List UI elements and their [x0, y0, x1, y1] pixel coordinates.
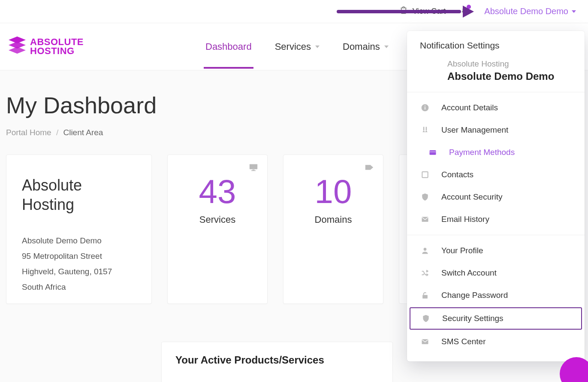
caret-down-icon — [572, 10, 576, 13]
stat-value: 43 — [175, 175, 260, 208]
svg-point-18 — [424, 248, 427, 251]
menu-user-management[interactable]: User Management — [407, 119, 585, 141]
menu-security-settings[interactable]: Security Settings — [410, 307, 582, 330]
menu-account-details[interactable]: Account Details — [407, 97, 585, 119]
svg-marker-6 — [365, 165, 373, 170]
breadcrumb-home[interactable]: Portal Home — [6, 128, 51, 137]
nav-tab-services[interactable]: Services — [273, 25, 321, 69]
nav-tab-dashboard[interactable]: Dashboard — [204, 25, 253, 69]
menu-sms-center[interactable]: SMS Center — [407, 330, 585, 353]
view-cart-link[interactable]: View Cart — [399, 6, 446, 17]
svg-rect-10 — [423, 127, 425, 130]
svg-rect-16 — [422, 172, 428, 177]
dropdown-header[interactable]: Notification Settings — [407, 31, 585, 57]
menu-account-security[interactable]: Account Security — [407, 186, 585, 208]
shuffle-icon — [420, 268, 430, 278]
menu-contacts[interactable]: Contacts — [407, 164, 585, 186]
menu-payment-methods[interactable]: Payment Methods — [407, 141, 585, 164]
account-company: Absolute Hosting — [447, 59, 572, 69]
profile-card: Absolute Hosting Absolute Demo Demo 95 M… — [6, 155, 152, 304]
active-products-card: Your Active Products/Services Windows VP… — [161, 342, 393, 382]
user-menu-toggle[interactable]: Absolute Demo Demo — [484, 6, 576, 16]
svg-rect-4 — [253, 170, 255, 170]
cart-label: View Cart — [413, 7, 446, 16]
shield-icon — [420, 192, 430, 202]
breadcrumb-sep: / — [56, 128, 58, 137]
menu-switch-account[interactable]: Switch Account — [407, 262, 585, 284]
svg-rect-8 — [425, 107, 425, 109]
svg-rect-19 — [422, 295, 428, 298]
notifications-button[interactable] — [460, 6, 470, 17]
svg-marker-12 — [422, 130, 425, 132]
stat-card-domains[interactable]: 10 Domains — [283, 155, 383, 304]
svg-point-9 — [425, 106, 425, 106]
stat-label: Services — [175, 214, 260, 225]
stat-value: 10 — [290, 175, 376, 208]
svg-marker-2 — [9, 47, 26, 54]
svg-rect-5 — [251, 170, 256, 171]
stat-label: Domains — [290, 214, 376, 225]
svg-marker-13 — [425, 130, 428, 132]
caret-down-icon — [315, 45, 320, 48]
users-icon — [420, 125, 430, 135]
svg-rect-20 — [422, 339, 428, 344]
nav-tab-domains[interactable]: Domains — [341, 25, 390, 69]
mail-icon — [420, 214, 430, 224]
svg-rect-3 — [250, 164, 257, 170]
svg-rect-11 — [426, 127, 427, 130]
menu-change-password[interactable]: Change Password — [407, 284, 585, 306]
svg-rect-14 — [430, 150, 436, 155]
logo-mark-icon — [6, 36, 28, 58]
shield-check-icon — [421, 313, 431, 324]
envelope-icon — [420, 337, 430, 347]
wallet-icon — [428, 147, 438, 158]
tag-icon — [365, 164, 374, 173]
dropdown-section-account: Account Details User Management Payment … — [407, 92, 585, 235]
active-products-heading: Your Active Products/Services — [175, 354, 379, 366]
profile-address: Absolute Demo Demo 95 Metropolitan Stree… — [22, 233, 136, 295]
top-bar: View Cart Absolute Demo Demo — [0, 0, 588, 23]
bell-icon — [460, 9, 470, 17]
shopping-bag-icon — [399, 6, 408, 17]
user-dropdown-panel: Notification Settings Absolute Hosting A… — [407, 31, 585, 361]
stat-card-services[interactable]: 43 Services — [167, 155, 268, 304]
breadcrumb-current: Client Area — [63, 128, 103, 137]
svg-rect-17 — [422, 217, 428, 222]
square-icon — [420, 170, 430, 180]
profile-heading: Absolute Hosting — [22, 176, 136, 214]
nav-tabs: Dashboard Services Domains — [204, 25, 390, 69]
person-icon — [420, 246, 430, 256]
user-name-label: Absolute Demo Demo — [484, 6, 568, 16]
menu-your-profile[interactable]: Your Profile — [407, 240, 585, 262]
caret-down-icon — [384, 45, 389, 48]
brand-logo[interactable]: ABSOLUTE HOSTING — [6, 36, 84, 58]
dropdown-section-profile: Your Profile Switch Account Change Passw… — [407, 235, 585, 357]
unlock-icon — [420, 290, 430, 300]
notification-dot-icon — [467, 5, 471, 9]
logo-text: ABSOLUTE HOSTING — [30, 38, 84, 56]
menu-email-history[interactable]: Email History — [407, 208, 585, 230]
monitor-icon — [249, 164, 258, 173]
account-name: Absolute Demo Demo — [447, 70, 572, 82]
dropdown-account-block: Absolute Hosting Absolute Demo Demo — [407, 57, 585, 92]
info-icon — [420, 103, 430, 113]
svg-rect-15 — [430, 152, 436, 153]
